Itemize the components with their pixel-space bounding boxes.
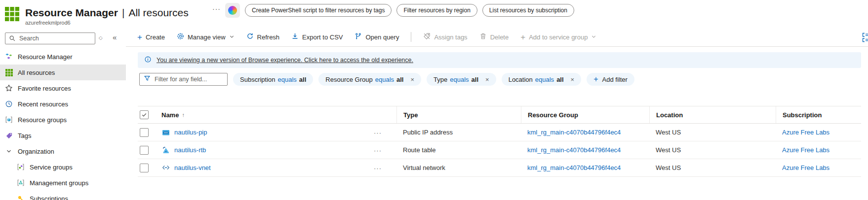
add-filter-button[interactable]: + Add filter <box>587 73 634 86</box>
filter-pill-location[interactable]: Location equals all × <box>502 73 582 86</box>
filter-pill-subscription[interactable]: Subscription equals all <box>233 73 313 86</box>
resource-name-link[interactable]: nautilus-pip <box>174 129 207 136</box>
remove-filter-icon[interactable]: × <box>485 76 489 83</box>
resources-table: Name ↑ Type Resource Group Location Subs… <box>138 106 861 177</box>
directory-name: azurefreekmlprod6 <box>25 20 189 26</box>
remove-filter-icon[interactable]: × <box>571 76 575 83</box>
row-checkbox[interactable] <box>140 164 149 172</box>
select-all-checkbox[interactable] <box>140 110 149 119</box>
row-checkbox[interactable] <box>140 128 149 137</box>
sidebar-item-service-groups[interactable]: Service groups <box>0 159 126 175</box>
sidebar-item-subscriptions[interactable]: Subscriptions <box>0 191 126 200</box>
resource-group-link[interactable]: kml_rg_main-c4070b44796f4ec4 <box>527 164 621 171</box>
filter-pill-type[interactable]: Type equals all × <box>427 73 496 86</box>
service-groups-icon <box>17 163 25 171</box>
sidebar-item-label: Subscriptions <box>30 195 68 200</box>
sidebar-item-all-resources[interactable]: All resources <box>0 65 126 80</box>
column-header-resource-group[interactable]: Resource Group <box>521 106 649 123</box>
sidebar-item-resource-manager[interactable]: Resource Manager <box>0 49 126 65</box>
download-icon <box>291 33 299 41</box>
sidebar-search-box[interactable] <box>5 33 95 44</box>
search-input[interactable] <box>19 35 92 42</box>
resource-groups-icon <box>5 116 13 124</box>
all-resources-icon <box>5 68 13 76</box>
trash-icon <box>479 33 487 41</box>
collapse-sidebar-icon[interactable]: « <box>113 33 117 41</box>
subscription-link[interactable]: Azure Free Labs <box>782 146 829 154</box>
page-subtitle-title: All resources <box>128 7 188 19</box>
export-to-csv-button[interactable]: Export to CSV <box>291 33 343 41</box>
sidebar-item-resource-groups[interactable]: Resource groups <box>0 112 126 128</box>
title-separator: | <box>122 7 124 19</box>
chevron-down-icon <box>5 147 13 155</box>
delete-button[interactable]: Delete <box>479 33 509 41</box>
key-icon <box>17 195 25 200</box>
tag-outline-icon <box>423 33 431 41</box>
resource-name-link[interactable]: nautilus-rtb <box>174 146 206 154</box>
toolbar-divider <box>411 32 411 42</box>
copilot-icon <box>228 6 237 15</box>
remove-filter-icon[interactable]: × <box>411 76 415 83</box>
sidebar-item-label: Resource Manager <box>18 53 73 61</box>
sidebar-group-organization[interactable]: Organization <box>0 143 126 159</box>
sidebar-item-management-groups[interactable]: Management groups <box>0 175 126 191</box>
copilot-button[interactable] <box>225 3 240 18</box>
chevron-down-icon <box>229 33 235 41</box>
column-header-location[interactable]: Location <box>649 106 776 123</box>
sidebar-nav: Resource Manager All resources Favorite … <box>0 49 126 200</box>
search-icon <box>8 34 16 42</box>
suggestion-filter-by-region-button[interactable]: Filter resources by region <box>396 4 477 17</box>
gear-icon <box>177 33 184 41</box>
filter-bar: Subscription equals all Resource Group e… <box>139 73 861 86</box>
header-overflow-button[interactable]: ··· <box>212 5 221 13</box>
column-header-type[interactable]: Type <box>396 106 521 123</box>
clock-icon <box>5 100 13 108</box>
filter-field-box[interactable] <box>139 73 228 86</box>
row-context-menu-button[interactable]: ··· <box>374 164 382 171</box>
virtual-network-icon <box>162 164 170 172</box>
filter-any-field-input[interactable] <box>155 76 223 83</box>
add-to-service-group-button[interactable]: + Add to service group <box>520 33 596 41</box>
tag-icon <box>5 132 13 139</box>
cell-location: West US <box>649 164 776 171</box>
command-bar: + Create Manage view Refresh <box>126 28 868 47</box>
create-button[interactable]: + Create <box>137 33 165 41</box>
branch-icon <box>355 33 362 41</box>
sidebar-item-label: Organization <box>18 148 54 155</box>
sidebar-item-recent-resources[interactable]: Recent resources <box>0 96 126 112</box>
subscription-link[interactable]: Azure Free Labs <box>782 129 829 136</box>
cell-type: Virtual network <box>396 164 521 171</box>
copilot-suggestions: Create PowerShell script to filter resou… <box>245 4 574 17</box>
suggestion-list-by-subscription-button[interactable]: List resources by subscription <box>482 4 574 17</box>
page-header: Resource Manager | All resources azurefr… <box>0 0 868 28</box>
manage-view-button[interactable]: Manage view <box>177 33 235 41</box>
filter-pill-resource-group[interactable]: Resource Group equals all × <box>318 73 421 86</box>
info-icon <box>144 56 152 65</box>
table-header-row: Name ↑ Type Resource Group Location Subs… <box>138 106 861 124</box>
resource-group-link[interactable]: kml_rg_main-c4070b44796f4ec4 <box>527 129 621 136</box>
public-ip-address-icon <box>162 129 170 136</box>
all-resources-grid-icon <box>5 7 19 21</box>
cell-type: Public IP address <box>396 129 521 136</box>
assign-tags-button[interactable]: Assign tags <box>423 33 467 41</box>
resource-menu-sidebar: ◇ « Resource Manager All resources Favor… <box>0 28 126 200</box>
resource-name-link[interactable]: nautilus-vnet <box>174 164 211 171</box>
sidebar-item-tags[interactable]: Tags <box>0 128 126 143</box>
row-checkbox[interactable] <box>140 146 149 155</box>
refresh-button[interactable]: Refresh <box>246 33 280 41</box>
column-header-name[interactable]: Name ↑ <box>161 106 396 123</box>
scroll-arrows-icon[interactable]: ◇ <box>99 35 103 40</box>
suggestion-powershell-script-button[interactable]: Create PowerShell script to filter resou… <box>245 4 392 17</box>
open-query-button[interactable]: Open query <box>355 33 399 41</box>
row-context-menu-button[interactable]: ··· <box>374 146 382 154</box>
row-context-menu-button[interactable]: ··· <box>374 129 382 136</box>
panel-toggle-icon[interactable] <box>862 33 868 45</box>
refresh-icon <box>246 33 254 41</box>
banner-old-experience-link[interactable]: You are viewing a new version of Browse … <box>157 57 413 64</box>
sidebar-item-label: Management groups <box>30 179 88 187</box>
resource-group-link[interactable]: kml_rg_main-c4070b44796f4ec4 <box>527 146 621 154</box>
route-table-icon <box>162 146 170 154</box>
sidebar-item-favorite-resources[interactable]: Favorite resources <box>0 80 126 96</box>
subscription-link[interactable]: Azure Free Labs <box>782 164 829 171</box>
column-header-subscription[interactable]: Subscription <box>776 106 861 123</box>
